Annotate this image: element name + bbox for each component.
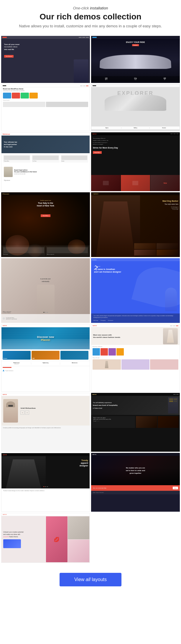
demo-row-4: Il Ristorante Healthy organic food True …: [1, 192, 180, 257]
demo-item-11[interactable]: NATIVE Discover newPlaces! Greece U: [1, 324, 90, 392]
button-italic: all: [86, 577, 90, 582]
demo-item-14[interactable]: NATIVE You will definitely experiencebra…: [91, 393, 180, 452]
demo-item-10[interactable]: Portfolio Hi everyone, my name is Jonath…: [91, 258, 180, 323]
footer: View all layouts: [0, 564, 181, 595]
subtitle-italic: One-click: [73, 6, 89, 10]
demo-item-8[interactable]: ✂ BARBER Mad Dog Barber Your style start…: [91, 192, 180, 257]
demo-item-4[interactable]: EXPLORER Specs Gallery Contact: [91, 84, 180, 131]
demo-item-7[interactable]: Il Ristorante Healthy organic food True …: [1, 192, 90, 257]
demo-row-7: NATIVE Ariel Richardson ‹ ›: [1, 393, 180, 452]
demo-row-9: NATIVE Unleash your creative potentialan…: [1, 513, 180, 563]
demo-item-1[interactable]: Turn all your mostincredible ideasinto r…: [1, 36, 90, 83]
demo-item-9[interactable]: NATIVE to promote yourindividuality I'm …: [1, 258, 90, 323]
demo-row-5: NATIVE to promote yourindividuality I'm …: [1, 258, 180, 323]
demos-grid: Turn all your mostincredible ideasinto r…: [0, 36, 181, 563]
demo-item-5[interactable]: NativeLaw Your ultimate lawand legal par…: [1, 132, 90, 191]
demo-item-2[interactable]: ENJOY YOUR RIDE Explore 145MPH 3.2s0-60 …: [91, 36, 180, 83]
page-title: Our rich demos collection: [6, 12, 175, 21]
demo-row-2: Brand new WordPress theme Unlimited powe…: [1, 84, 180, 131]
demo-item-17[interactable]: NATIVE Unleash your creative potentialan…: [1, 513, 90, 563]
page-description: Native allows you to install, customize …: [6, 24, 175, 28]
demo-row-8: NATIVE Trendyappareldesigner: [1, 453, 180, 512]
demo-item-16[interactable]: NATIVE No matter who you arewe're here t…: [91, 453, 180, 512]
demo-item-15[interactable]: NATIVE Trendyappareldesigner: [1, 453, 90, 512]
button-prefix: View: [74, 577, 84, 582]
demo-row-3: NativeLaw Your ultimate lawand legal par…: [1, 132, 180, 191]
view-all-layouts-button[interactable]: View all layouts: [60, 573, 121, 586]
button-suffix: layouts: [92, 577, 107, 582]
demo-item-13[interactable]: NATIVE Ariel Richardson ‹ ›: [1, 393, 90, 452]
page-header: One-click installation Our rich demos co…: [0, 0, 181, 36]
demo-row-6: NATIVE Discover newPlaces! Greece U: [1, 324, 180, 392]
header-subtitle: One-click installation: [6, 6, 175, 10]
demo-item-12[interactable]: NATIVE Meet new season withthe world's l…: [91, 324, 180, 392]
demo-item-6[interactable]: NATIVE The meaning of life is tosimply t…: [91, 132, 180, 191]
demo-item-3[interactable]: Brand new WordPress theme Unlimited powe…: [1, 84, 90, 131]
subtitle-normal: installation: [89, 6, 108, 10]
demo-row-1: Turn all your mostincredible ideasinto r…: [1, 36, 180, 83]
